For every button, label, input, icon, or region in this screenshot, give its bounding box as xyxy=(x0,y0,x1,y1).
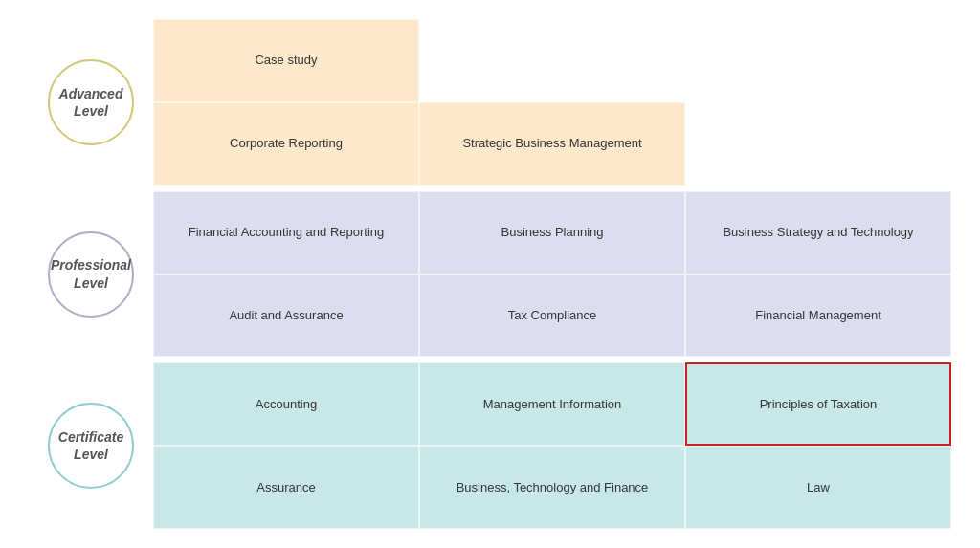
level-circle-certificate: CertificateLevel xyxy=(48,403,134,489)
level-circle-advanced: AdvancedLevel xyxy=(48,59,134,145)
cell-certificate-0-2: Principles of Taxation xyxy=(685,362,951,446)
row-certificate-0: AccountingManagement InformationPrincipl… xyxy=(153,362,951,446)
row-advanced-0: Case study xyxy=(153,19,951,102)
cells-group-advanced: Case studyCorporate ReportingStrategic B… xyxy=(153,19,951,186)
cell-professional-0-2: Business Strategy and Technology xyxy=(685,191,951,274)
row-professional-0: Financial Accounting and ReportingBusine… xyxy=(153,191,951,274)
level-circle-professional: ProfessionalLevel xyxy=(48,231,134,318)
cell-professional-0-0: Financial Accounting and Reporting xyxy=(153,191,419,274)
cells-group-professional: Financial Accounting and ReportingBusine… xyxy=(153,191,951,358)
cell-advanced-1-0: Corporate Reporting xyxy=(153,102,419,186)
cell-certificate-0-0: Accounting xyxy=(153,362,419,446)
level-label-professional: ProfessionalLevel xyxy=(29,191,153,358)
cell-professional-1-1: Tax Compliance xyxy=(419,274,685,358)
row-professional-1: Audit and AssuranceTax ComplianceFinanci… xyxy=(153,274,951,358)
cell-advanced-1-2 xyxy=(685,102,951,186)
cell-certificate-0-1: Management Information xyxy=(419,362,685,446)
cells-group-certificate: AccountingManagement InformationPrincipl… xyxy=(153,362,951,529)
cell-professional-1-0: Audit and Assurance xyxy=(153,274,419,358)
level-label-certificate: CertificateLevel xyxy=(29,362,153,529)
qualification-grid: AdvancedLevelCase studyCorporate Reporti… xyxy=(29,19,951,529)
level-label-advanced: AdvancedLevel xyxy=(29,19,153,186)
cell-advanced-1-1: Strategic Business Management xyxy=(419,102,685,186)
cell-professional-0-1: Business Planning xyxy=(419,191,685,274)
level-row-professional: ProfessionalLevelFinancial Accounting an… xyxy=(29,191,951,358)
cell-certificate-1-0: Assurance xyxy=(153,446,419,529)
cell-advanced-0-1 xyxy=(419,19,685,102)
cell-professional-1-2: Financial Management xyxy=(685,274,951,358)
level-row-advanced: AdvancedLevelCase studyCorporate Reporti… xyxy=(29,19,951,186)
cell-advanced-0-2 xyxy=(685,19,951,102)
level-row-certificate: CertificateLevelAccountingManagement Inf… xyxy=(29,362,951,529)
row-advanced-1: Corporate ReportingStrategic Business Ma… xyxy=(153,102,951,186)
cell-advanced-0-0: Case study xyxy=(153,19,419,102)
cell-certificate-1-1: Business, Technology and Finance xyxy=(419,446,685,529)
cell-certificate-1-2: Law xyxy=(685,446,951,529)
row-certificate-1: AssuranceBusiness, Technology and Financ… xyxy=(153,446,951,529)
main-container: AdvancedLevelCase studyCorporate Reporti… xyxy=(0,0,980,548)
